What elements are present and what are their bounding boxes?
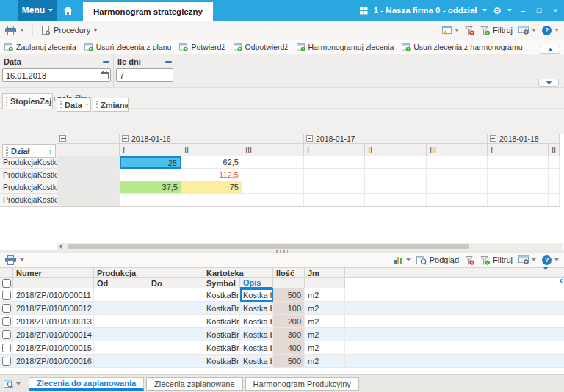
cell-jm[interactable]: m2 [305,341,345,355]
pivot-cell[interactable] [120,169,181,181]
cell-do[interactable] [148,315,203,328]
collapse-icon[interactable] [59,135,66,142]
pivot-cell[interactable] [242,156,304,169]
column-header-ilosc[interactable]: Ilość [273,268,305,278]
filter-button[interactable]: Filtruj [480,255,513,265]
cell-ilosc[interactable]: 400 [273,341,305,355]
cell-jm[interactable]: m2 [305,288,345,302]
window-close-button[interactable]: × [550,6,560,15]
cell-do[interactable] [148,341,203,355]
harmonogramuj-zlecenia-button[interactable]: Harmonogramuj zlecenia [297,43,394,51]
days-input[interactable] [116,68,173,82]
pivot-cell[interactable] [365,169,427,181]
pivot-column-group-2018-01-18[interactable]: 2018-01-18 [488,134,560,144]
pivot-cell-overload[interactable]: 112,5 [181,169,242,181]
cell-numer[interactable]: 2018/ZP/010/000014 [13,328,94,341]
cell-od[interactable] [94,302,148,315]
settings-gear-icon[interactable]: ⚙ [493,6,502,15]
preview-button[interactable]: Podgląd [416,255,459,265]
pivot-cell[interactable] [304,169,365,181]
scroll-left-arrow-icon[interactable] [59,244,62,249]
column-header-do[interactable]: Do [148,278,203,288]
cell-do[interactable] [148,302,203,315]
cell-numer[interactable]: 2018/ZP/010/000012 [13,302,94,315]
column-group-produkcja[interactable]: Produkcja [94,268,203,278]
pivot-cell[interactable] [549,169,560,181]
cell-opis[interactable]: Kostka bruk [240,341,273,355]
pivot-cell[interactable] [488,194,549,206]
cell-od[interactable] [94,355,148,368]
cell-od[interactable] [94,328,148,341]
column-header-jm[interactable]: Jm [305,268,345,278]
cell-filler[interactable] [345,315,564,328]
cell-do[interactable] [148,355,203,368]
pivot-column-group-2018-01-16[interactable]: 2018-01-16 [120,134,304,144]
cell-opis[interactable]: Kostka bruk [240,302,273,315]
column-header-numer[interactable]: Numer [13,268,94,278]
pivot-shift-header[interactable]: I [304,144,365,156]
pivot-cell[interactable] [304,181,365,194]
pivot-cell[interactable] [304,194,365,206]
row-checkbox[interactable] [2,357,11,366]
chevron-down-icon[interactable] [482,9,487,12]
cell-ilosc[interactable]: 500 [273,288,305,302]
pivot-cell[interactable] [549,194,560,206]
cell-symbol[interactable]: KostkaBruk [203,341,240,355]
tab-zlecenia-zaplanowane[interactable]: Zlecenia zaplanowane [146,377,242,391]
cell-numer[interactable]: 2018/ZP/010/000015 [13,341,94,355]
collapse-icon[interactable] [306,135,313,142]
window-minimize-button[interactable]: – [518,6,528,15]
cell-opis[interactable]: Kostka bruk [240,355,273,368]
column-chooser-button[interactable] [518,255,536,264]
chevron-down-icon[interactable] [507,9,512,12]
pivot-shift-header[interactable]: II [549,144,560,156]
collapse-side-panel-arrow[interactable]: ‹ [560,275,563,286]
pivot-cell[interactable] [488,169,549,181]
row-checkbox[interactable] [2,344,11,352]
remove-filter-icon[interactable] [165,61,172,63]
chart-button[interactable] [394,255,411,264]
pivot-row-label[interactable]: ProdukcjaKostki2 [0,169,57,181]
cell-numer[interactable]: 2018/ZP/010/000011 [13,288,94,302]
cell-filler[interactable] [345,355,564,368]
cell-do[interactable] [148,328,203,341]
tab-harmonogram-strategiczny[interactable]: Harmonogram strategiczny [83,2,213,21]
collapse-toolbar-chevron[interactable] [543,267,548,270]
cell-ilosc[interactable]: 300 [273,328,305,341]
pivot-cell[interactable] [120,194,181,206]
odpotwierdz-button[interactable]: Odpotwierdź [234,43,289,51]
menu-button[interactable]: Menu [18,0,57,21]
clear-filter-button[interactable] [465,255,474,265]
scrollbar-thumb[interactable] [68,244,469,249]
collapse-icon[interactable] [122,135,129,142]
cell-filler[interactable] [345,328,564,341]
cell-filler[interactable] [345,341,564,355]
select-all-checkbox[interactable] [2,279,11,288]
remove-filter-icon[interactable] [103,61,109,63]
field-button-data[interactable]: Data ↑ [57,98,91,112]
pivot-cell[interactable] [549,156,560,169]
zaplanuj-zlecenia-button[interactable]: Zaplanuj zlecenia [4,43,76,51]
pivot-cell[interactable] [242,169,304,181]
print-button[interactable] [5,26,16,35]
pivot-cell[interactable] [488,156,549,169]
pivot-cell[interactable] [488,181,549,194]
pivot-cell[interactable] [427,181,488,194]
cell-opis-selected[interactable]: Kostka bruk [240,288,273,302]
pivot-shift-header[interactable]: III [242,144,304,156]
cell-numer[interactable]: 2018/ZP/010/000016 [13,355,94,368]
expand-filter-panel-button[interactable] [538,79,559,87]
pivot-cell[interactable] [57,169,120,181]
cell-numer[interactable]: 2018/ZP/010/000013 [13,315,94,328]
column-header-opis-sorted[interactable]: Opis [240,278,273,288]
cell-od[interactable] [94,288,148,302]
apps-grid-icon[interactable] [360,7,368,15]
cell-filler[interactable] [345,302,564,315]
pivot-cell[interactable] [365,156,427,169]
print-button[interactable] [5,255,16,265]
pivot-cell[interactable] [57,181,120,194]
cell-opis[interactable]: Kostka bruk [240,328,273,341]
pivot-cell[interactable] [365,181,427,194]
pivot-column-group-2018-01-17[interactable]: 2018-01-17 [304,134,488,144]
row-checkbox[interactable] [2,317,11,326]
